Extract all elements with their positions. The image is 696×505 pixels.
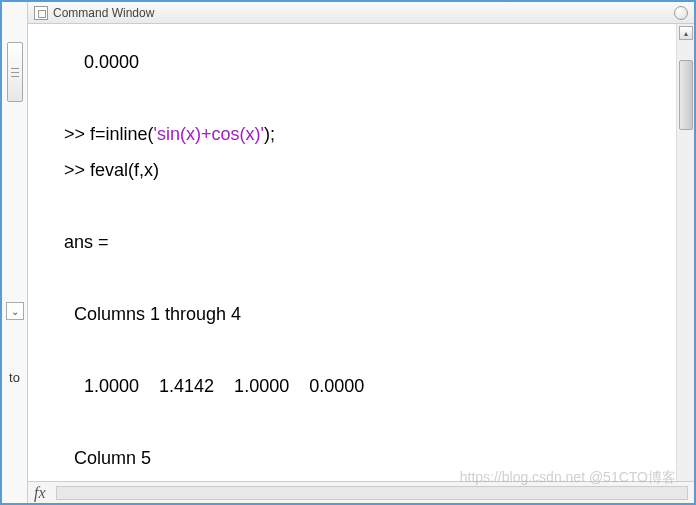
command-line-2: >> feval(f,x) — [64, 152, 666, 188]
sidebar-label: to — [9, 370, 20, 385]
blank-line — [64, 404, 666, 440]
fx-prompt-icon[interactable]: fx — [34, 484, 46, 502]
app-container: ⌄ to Command Window 0.0000 >> f=inline('… — [0, 0, 696, 505]
window-title: Command Window — [53, 6, 154, 20]
bottom-bar: fx — [28, 481, 694, 503]
dropdown-arrow-icon[interactable]: ⌄ — [6, 302, 24, 320]
horizontal-scrollbar[interactable] — [56, 486, 688, 500]
blank-line — [64, 188, 666, 224]
scroll-up-icon[interactable]: ▴ — [679, 26, 693, 40]
left-sidebar: ⌄ to — [2, 2, 28, 503]
output-values-row: 1.0000 1.4142 1.0000 0.0000 — [64, 368, 666, 404]
sidebar-grip[interactable] — [7, 42, 23, 102]
window-icon — [34, 6, 48, 20]
title-bar: Command Window — [28, 2, 694, 24]
blank-line — [64, 260, 666, 296]
vertical-scrollbar[interactable]: ▴ — [676, 24, 694, 481]
command-output[interactable]: 0.0000 >> f=inline('sin(x)+cos(x)'); >> … — [28, 24, 676, 481]
blank-line — [64, 80, 666, 116]
ans-label: ans = — [64, 224, 666, 260]
window-options-button[interactable] — [674, 6, 688, 20]
column5-header: Column 5 — [64, 440, 666, 476]
command-line-1: >> f=inline('sin(x)+cos(x)'); — [64, 116, 666, 152]
scroll-thumb[interactable] — [679, 60, 693, 130]
blank-line — [64, 332, 666, 368]
command-window-panel: Command Window 0.0000 >> f=inline('sin(x… — [28, 2, 694, 503]
columns-header: Columns 1 through 4 — [64, 296, 666, 332]
output-value: 0.0000 — [64, 44, 666, 80]
content-wrapper: 0.0000 >> f=inline('sin(x)+cos(x)'); >> … — [28, 24, 694, 481]
